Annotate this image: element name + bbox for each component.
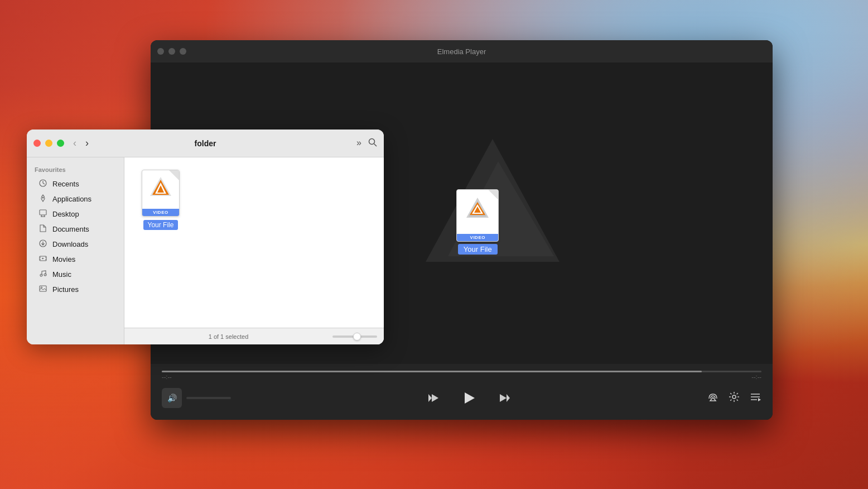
slider-track [332,335,377,338]
right-controls [707,391,761,405]
finder-window: ‹ › folder » Favourites [27,130,384,344]
next-icon [499,392,511,404]
settings-button[interactable] [728,391,740,405]
settings-icon [728,391,740,403]
rocket-icon [39,194,47,202]
selection-status: 1 of 1 selected [131,333,326,340]
svg-point-39 [41,287,42,288]
recents-icon [38,179,48,189]
player-minimize-button[interactable] [168,48,175,55]
svg-marker-11 [507,394,510,402]
svg-rect-24 [40,210,46,215]
note-icon [39,270,47,277]
svg-marker-8 [432,394,438,402]
sidebar-movies-label: Movies [52,255,75,263]
finder-path: folder [195,139,216,148]
volume-button[interactable]: 🔊 [162,388,182,408]
player-title: Elmedia Player [437,47,486,56]
applications-icon [38,194,48,204]
file-elmedia-logo [149,176,172,197]
sidebar-item-movies[interactable]: Movies [30,252,120,267]
svg-marker-9 [465,392,475,404]
movies-icon [38,255,48,264]
prev-button[interactable] [422,387,445,409]
sidebar-section-favourites: Favourites [27,164,124,176]
controls-row: 🔊 [151,385,773,411]
svg-point-23 [42,197,44,199]
sidebar-item-music[interactable]: Music [30,267,120,282]
finder-minimize-button[interactable] [45,140,52,147]
finder-search-button[interactable] [368,138,377,149]
svg-marker-10 [500,394,507,402]
sidebar-item-documents[interactable]: Documents [30,222,120,237]
monitor-icon [39,209,47,217]
progress-bar-fill [162,371,702,372]
time-end: --:-- [751,373,761,380]
player-maximize-button[interactable] [180,48,186,55]
finder-maximize-button[interactable] [57,140,64,147]
progress-bar-container: --:-- --:-- [151,364,773,385]
finder-more-button[interactable]: » [356,138,361,149]
finder-close-button[interactable] [33,140,41,147]
player-traffic-lights [157,48,186,55]
download-icon [39,239,47,247]
sidebar-item-pictures[interactable]: Pictures [30,282,120,297]
playback-controls [231,387,707,409]
slider-thumb [353,333,361,341]
player-titlebar: Elmedia Player [151,40,773,63]
player-file-type-label: VIDEO [457,234,498,241]
finder-titlebar: ‹ › folder » [27,130,384,157]
svg-line-19 [374,143,377,146]
sidebar-recents-label: Recents [52,180,79,188]
sidebar-pictures-label: Pictures [52,285,79,294]
playlist-button[interactable] [749,391,761,405]
player-close-button[interactable] [157,48,164,55]
downloads-icon [38,239,48,249]
finder-body: Favourites Recents [27,157,384,344]
airplay-button[interactable] [707,391,719,405]
next-button[interactable] [494,387,516,409]
pictures-icon [38,285,48,294]
size-slider[interactable] [332,335,377,338]
svg-line-22 [43,183,45,184]
file-page: VIDEO [142,170,180,217]
player-file-icon: VIDEO Your File [456,189,499,255]
sidebar-item-recents[interactable]: Recents [30,176,120,191]
sidebar-item-applications[interactable]: Applications [30,191,120,207]
film-icon [39,255,47,262]
file-name-label: Your File [143,220,179,230]
player-controls: --:-- --:-- 🔊 [151,364,773,420]
sidebar-downloads-label: Downloads [52,240,88,248]
volume-icon: 🔊 [167,394,177,402]
photo-icon [39,285,47,293]
finder-forward-button[interactable]: › [83,136,91,150]
volume-section: 🔊 [162,388,231,408]
finder-back-button[interactable]: ‹ [71,136,79,150]
documents-icon [38,224,48,234]
clock-icon [39,179,47,187]
play-button[interactable] [458,387,480,409]
progress-bar-track[interactable] [162,371,761,372]
finder-sidebar: Favourites Recents [27,157,124,344]
finder-traffic-lights [33,140,64,147]
player-file-logo [465,196,490,219]
svg-marker-17 [758,398,761,401]
sidebar-applications-label: Applications [52,195,91,203]
sidebar-documents-label: Documents [52,225,89,233]
player-bg-icon: VIDEO Your File [414,133,571,279]
svg-marker-7 [428,394,432,402]
svg-point-18 [369,138,375,144]
file-icon: VIDEO [141,169,181,218]
sidebar-item-desktop[interactable]: Desktop [30,207,120,222]
svg-point-13 [732,395,736,399]
sidebar-item-downloads[interactable]: Downloads [30,237,120,252]
player-file-page: VIDEO [456,189,499,242]
finder-statusbar: 1 of 1 selected [124,328,384,344]
volume-slider[interactable] [186,397,231,399]
airplay-icon [707,391,719,403]
finder-main: VIDEO Your File 1 of 1 selected [124,157,384,344]
file-type-label: VIDEO [142,209,179,216]
play-icon [461,390,477,406]
finder-nav: ‹ › [71,136,91,150]
file-item[interactable]: VIDEO Your File [136,169,186,230]
